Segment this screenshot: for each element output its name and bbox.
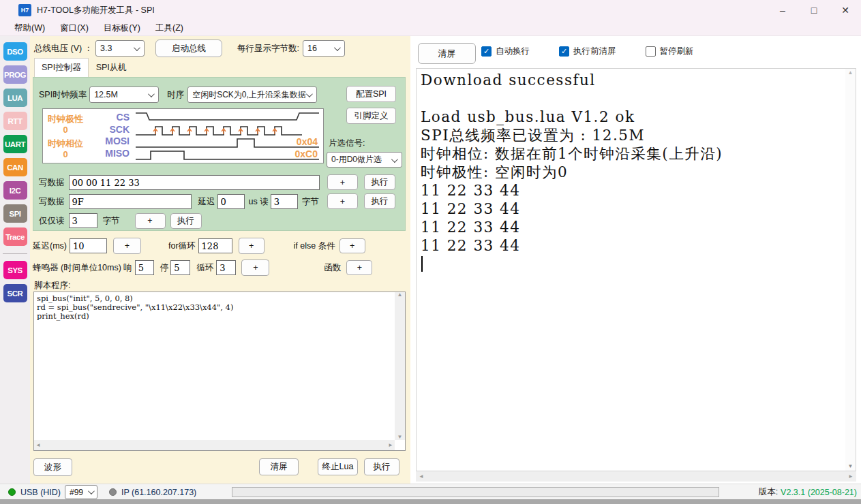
scroll-right-icon[interactable]: ► <box>848 474 854 479</box>
bus-voltage-select[interactable]: 3.3 <box>95 40 145 57</box>
write-data1-add-button[interactable]: + <box>327 174 358 190</box>
if-else-label: if else 条件 <box>294 240 335 252</box>
stop-lua-button[interactable]: 终止Lua <box>318 458 358 475</box>
scroll-right-icon[interactable]: ► <box>388 443 393 448</box>
maximize-button[interactable]: □ <box>798 0 830 20</box>
write-data2-label: 写数据 <box>39 196 65 208</box>
write-data2-run-button[interactable]: 执行 <box>364 193 395 209</box>
ip-status-label: IP (61.160.207.173) <box>121 488 196 497</box>
write-data2-input[interactable] <box>69 194 192 209</box>
write-data2-add-button[interactable]: + <box>327 193 358 209</box>
checkbox-auto-wrap[interactable]: ✓自动换行 <box>481 46 530 57</box>
delay-ms-input[interactable] <box>70 238 107 253</box>
checkbox-checked-icon[interactable]: ✓ <box>481 46 492 57</box>
console-line: Load usb_bus.lua V1.2 ok <box>421 108 845 126</box>
read-only-add-button[interactable]: + <box>135 213 166 229</box>
buzzer-on-input[interactable] <box>135 260 154 275</box>
chevron-down-icon <box>334 44 341 51</box>
script-code[interactable]: spi_bus("init", 5, 0, 0, 8) rd = spi_bus… <box>37 294 393 321</box>
start-bus-button[interactable]: 启动总线 <box>155 40 222 57</box>
write-data1-run-button[interactable]: 执行 <box>364 174 395 190</box>
sidebar-item-lua[interactable]: LUA <box>3 89 27 107</box>
sidebar-item-uart[interactable]: UART <box>3 135 27 153</box>
write-data1-input[interactable] <box>69 175 320 190</box>
console-clear-button[interactable]: 清屏 <box>418 43 476 64</box>
sidebar-item-prog[interactable]: PROG <box>3 65 27 84</box>
read-only-bytes-label: 字节 <box>103 215 120 227</box>
config-spi-button[interactable]: 配置SPI <box>346 86 396 102</box>
device-number-select[interactable]: #99 <box>65 485 97 499</box>
scroll-left-icon[interactable]: ◄ <box>35 443 41 448</box>
read-bytes-input[interactable] <box>271 194 298 209</box>
console-vertical-scrollbar[interactable]: ▲ ▼ <box>845 69 856 471</box>
spi-panel: 总线电压 (V) ： 3.3 启动总线 每行显示字节数: 16 SPI控制器 S… <box>30 36 410 484</box>
checkbox-checked-icon[interactable]: ✓ <box>559 46 569 57</box>
sck-trace <box>136 127 302 135</box>
timing-label: 时序 <box>167 89 184 101</box>
if-else-add-button[interactable]: + <box>339 238 365 253</box>
spi-waveform-diagram: 时钟极性 0 时钟相位 0 CS SCK MOSI MISO <box>42 108 324 163</box>
scroll-left-icon[interactable]: ◄ <box>419 474 424 479</box>
checkbox-pause-refresh[interactable]: 暂停刷新 <box>646 46 694 57</box>
read-only-run-button[interactable]: 执行 <box>170 213 202 229</box>
scroll-down-icon[interactable]: ▼ <box>397 435 403 440</box>
ip-status-dot <box>109 488 117 496</box>
sidebar-item-i2c[interactable]: I2C <box>3 181 27 200</box>
scroll-down-icon[interactable]: ▼ <box>848 464 854 469</box>
buzzer-add-button[interactable]: + <box>241 259 269 276</box>
checkbox-label: 暂停刷新 <box>660 46 694 57</box>
console-options: ✓自动换行✓执行前清屏暂停刷新 <box>481 46 723 57</box>
sidebar-item-spi[interactable]: SPI <box>3 204 27 223</box>
bytes-per-line-select[interactable]: 16 <box>303 40 345 57</box>
close-button[interactable]: ✕ <box>830 0 861 20</box>
sck-signal-name: SCK <box>109 124 130 135</box>
checkbox-unchecked-icon[interactable] <box>646 46 656 57</box>
sidebar-item-scr[interactable]: SCR <box>3 284 27 302</box>
clear-screen-button-left[interactable]: 清屏 <box>259 458 299 475</box>
scroll-up-icon[interactable]: ▲ <box>397 292 403 298</box>
script-vertical-scrollbar[interactable]: ▲ ▼ <box>395 292 405 440</box>
cs-signal-select[interactable]: 0-用D0做片选 <box>327 152 402 168</box>
checkbox-clear-before-run[interactable]: ✓执行前清屏 <box>559 46 616 57</box>
window-bottom-edge <box>0 499 861 504</box>
read-only-input[interactable] <box>69 213 97 228</box>
sidebar-item-trace[interactable]: Trace <box>3 227 27 246</box>
for-loop-input[interactable] <box>198 238 232 253</box>
menu-window[interactable]: 窗口(X) <box>52 22 96 34</box>
for-add-button[interactable]: + <box>239 238 265 254</box>
clock-freq-select[interactable]: 12.5M <box>89 86 159 103</box>
scroll-up-icon[interactable]: ▲ <box>848 70 854 76</box>
menu-target-board[interactable]: 目标板(Y) <box>96 22 148 34</box>
waveform-svg: 时钟极性 0 时钟相位 0 CS SCK MOSI MISO <box>43 109 323 163</box>
sidebar-item-dso[interactable]: DSO <box>3 42 27 61</box>
tab-spi-controller[interactable]: SPI控制器 <box>34 58 89 77</box>
sidebar-item-sys[interactable]: SYS <box>3 261 27 279</box>
script-editor[interactable]: spi_bus("init", 5, 0, 0, 8) rd = spi_bus… <box>33 292 406 451</box>
run-script-button[interactable]: 执行 <box>364 458 399 475</box>
sidebar-divider <box>3 253 27 254</box>
waveform-button[interactable]: 波形 <box>33 458 72 476</box>
pin-define-button[interactable]: 引脚定义 <box>346 108 396 124</box>
script-horizontal-scrollbar[interactable]: ◄ ► <box>34 440 395 450</box>
bytes-per-line-label: 每行显示字节数: <box>237 43 299 54</box>
timing-select[interactable]: 空闲时SCK为0,上升沿采集数据 <box>187 86 317 103</box>
tab-spi-slave[interactable]: SPI从机 <box>89 59 134 77</box>
app-window: H7 H7-TOOL多功能开发工具 - SPI – □ ✕ 帮助(W) 窗口(X… <box>0 0 861 504</box>
console-output[interactable]: Download successful Load usb_bus.lua V1.… <box>416 68 856 471</box>
delay-us-label: 延迟 <box>198 196 215 208</box>
delay-add-button[interactable]: + <box>113 238 141 254</box>
menu-tools[interactable]: 工具(Z) <box>148 22 191 34</box>
cs-trace <box>136 113 319 120</box>
buzzer-loop-input[interactable] <box>216 260 236 275</box>
delay-us-input[interactable] <box>217 194 245 209</box>
miso-hex-value: 0xC0 <box>295 148 318 159</box>
sidebar-item-rtt[interactable]: RTT <box>3 112 27 130</box>
function-add-button[interactable]: + <box>346 260 372 275</box>
sidebar-item-can[interactable]: CAN <box>3 158 27 176</box>
minimize-button[interactable]: – <box>767 0 798 20</box>
checkbox-label: 执行前清屏 <box>573 46 616 57</box>
console-horizontal-scrollbar[interactable]: ◄ ► <box>416 471 856 482</box>
menu-help[interactable]: 帮助(W) <box>7 22 52 34</box>
cs-signal-label: 片选信号: <box>329 138 365 149</box>
buzzer-off-input[interactable] <box>170 260 190 275</box>
